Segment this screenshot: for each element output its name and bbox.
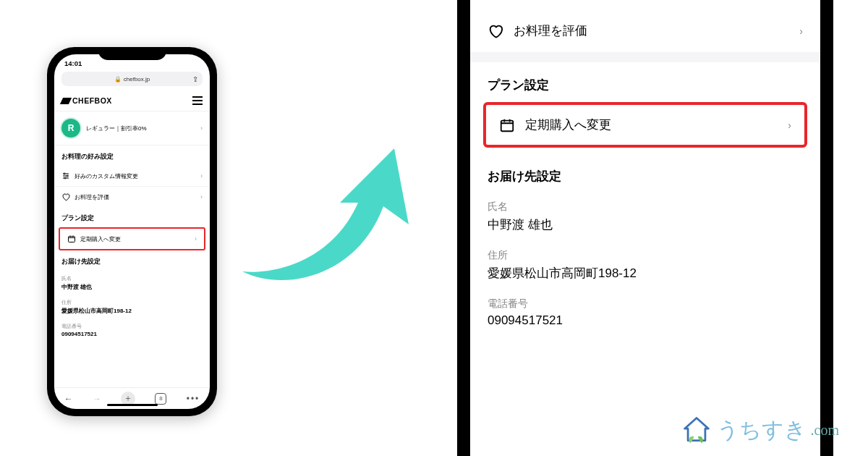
name-label: 氏名 [54,271,210,283]
brand-glyph-icon [60,98,72,104]
notch [98,47,166,60]
row-review[interactable]: お料理を評価 › [54,186,210,207]
phone-mockup-large: お料理を評価 › プラン設定 定期購入へ変更 › お届け先設定 氏名 中野渡 雄… [457,0,833,456]
name-label: 氏名 [470,189,820,216]
row-review-label: お料理を評価 [514,22,587,39]
address-value: 愛媛県松山市高岡町198-12 [470,265,820,286]
chevron-right-icon: › [195,235,197,242]
highlighted-plan-change: 定期購入へ変更 › [59,227,205,250]
highlighted-plan-change: 定期購入へ変更 › [483,102,807,148]
chevron-right-icon: › [200,193,203,200]
status-time: 14:01 [64,59,82,67]
tel-value: 09094517521 [470,313,820,332]
row-custom-label: 好みのカスタム情報変更 [75,172,138,180]
watermark-text: うちすき [717,415,807,445]
phone-mockup-small: 14:01 🔒 chefbox.jp ⇪ CHEFBOX R レギュラー｜割引率… [47,47,217,416]
membership-row[interactable]: R レギュラー｜割引率0% › [54,111,210,145]
tel-label: 電話番号 [54,318,210,331]
more-icon[interactable]: ••• [187,394,200,404]
svg-rect-4 [501,120,514,131]
heart-icon [488,23,503,39]
watermark-suffix: .com [811,422,839,439]
back-icon[interactable]: ← [64,394,73,404]
calendar-icon [499,117,515,133]
svg-point-0 [64,173,65,174]
membership-label: レギュラー｜割引率0% [86,124,147,132]
row-plan-change-label: 定期購入へ変更 [80,235,121,243]
name-value: 中野渡 雄也 [470,216,820,237]
section-header-address: お届け先設定 [470,148,820,189]
section-header-plan: プラン設定 [470,62,820,98]
row-review-label: お料理を評価 [75,193,109,201]
chevron-right-icon: › [200,124,203,132]
section-header-plan: プラン設定 [54,207,210,227]
lock-icon: 🔒 [114,76,122,83]
tab-count-button[interactable]: 8 [155,393,166,405]
app-header: CHEFBOX [54,90,210,111]
brand-logo: CHEFBOX [61,96,112,105]
forward-icon: → [93,394,101,404]
address-url: chefbox.jp [124,76,150,83]
share-icon[interactable]: ⇪ [192,75,198,83]
name-value: 中野渡 雄也 [54,283,210,295]
svg-rect-3 [69,237,75,242]
house-leaf-icon [681,414,712,446]
section-header-address: お届け先設定 [54,250,210,271]
address-label: 住所 [470,237,820,265]
tel-value: 09094517521 [54,331,210,341]
avatar: R [61,119,80,138]
address-label: 住所 [54,295,210,307]
chevron-right-icon: › [200,172,203,180]
sliders-icon [61,172,70,180]
home-indicator [107,404,158,406]
chevron-right-icon: › [799,25,803,37]
svg-point-2 [64,177,66,179]
arrow-illustration [231,130,427,297]
row-plan-change[interactable]: 定期購入へ変更 › [60,229,204,249]
address-value: 愛媛県松山市高岡町198-12 [54,307,210,318]
heart-icon [61,193,70,201]
watermark: うちすき.com [681,414,839,446]
row-custom-info[interactable]: 好みのカスタム情報変更 › [54,166,210,186]
section-gap [470,52,820,62]
row-plan-change-label: 定期購入へ変更 [525,117,611,133]
section-header-food: お料理の好み設定 [54,145,210,166]
menu-icon[interactable] [192,96,203,105]
browser-address-bar[interactable]: 🔒 chefbox.jp ⇪ [61,72,203,86]
row-review[interactable]: お料理を評価 › [470,9,820,52]
row-plan-change[interactable]: 定期購入へ変更 › [486,105,804,145]
chevron-right-icon: › [788,119,791,131]
calendar-icon [67,235,76,243]
tel-label: 電話番号 [470,286,820,313]
svg-point-1 [67,175,68,177]
